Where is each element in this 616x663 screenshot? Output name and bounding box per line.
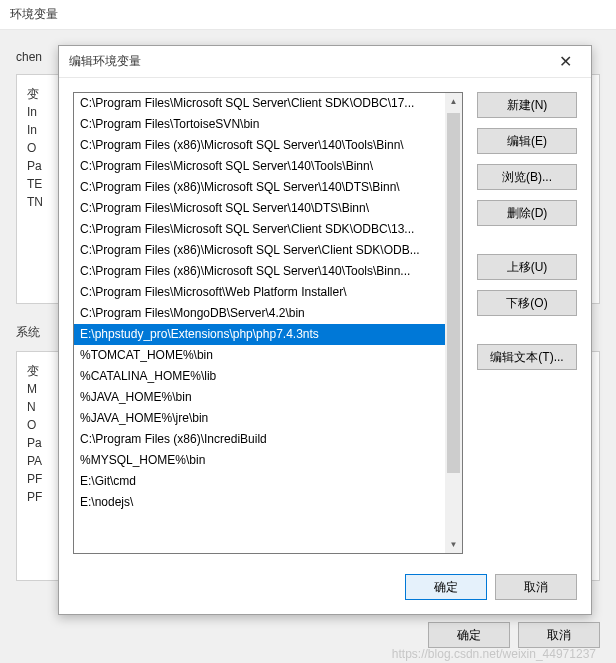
list-item[interactable]: E:\phpstudy_pro\Extensions\php\php7.4.3n… [74, 324, 445, 345]
parent-ok-button[interactable]: 确定 [428, 622, 510, 648]
move-down-button[interactable]: 下移(O) [477, 290, 577, 316]
ok-button[interactable]: 确定 [405, 574, 487, 600]
list-item[interactable]: C:\Program Files\Microsoft SQL Server\Cl… [74, 219, 445, 240]
side-button-panel: 新建(N) 编辑(E) 浏览(B)... 删除(D) 上移(U) 下移(O) 编… [477, 92, 577, 554]
list-item[interactable]: C:\Program Files (x86)\Microsoft SQL Ser… [74, 240, 445, 261]
list-item[interactable]: C:\Program Files\MongoDB\Server\4.2\bin [74, 303, 445, 324]
list-item[interactable]: C:\Program Files\Microsoft\Web Platform … [74, 282, 445, 303]
list-item[interactable]: E:\Git\cmd [74, 471, 445, 492]
close-button[interactable]: ✕ [545, 48, 585, 76]
list-item[interactable]: %MYSQL_HOME%\bin [74, 450, 445, 471]
browse-button[interactable]: 浏览(B)... [477, 164, 577, 190]
chevron-up-icon: ▲ [450, 97, 458, 106]
scroll-down-button[interactable]: ▼ [445, 536, 462, 553]
close-icon: ✕ [559, 52, 572, 71]
list-item[interactable]: %JAVA_HOME%\jre\bin [74, 408, 445, 429]
parent-cancel-button[interactable]: 取消 [518, 622, 600, 648]
edit-env-dialog: 编辑环境变量 ✕ C:\Program Files\Microsoft SQL … [58, 45, 592, 615]
parent-titlebar: 环境变量 [0, 0, 616, 30]
dialog-footer: 确定 取消 [59, 564, 591, 614]
scroll-thumb[interactable] [447, 113, 460, 473]
list-item[interactable]: E:\nodejs\ [74, 492, 445, 513]
list-item[interactable]: C:\Program Files\Microsoft SQL Server\14… [74, 156, 445, 177]
dialog-title: 编辑环境变量 [69, 53, 141, 70]
list-item[interactable]: %JAVA_HOME%\bin [74, 387, 445, 408]
scrollbar[interactable]: ▲ ▼ [445, 93, 462, 553]
list-item[interactable]: C:\Program Files (x86)\IncrediBuild [74, 429, 445, 450]
list-item[interactable]: C:\Program Files (x86)\Microsoft SQL Ser… [74, 261, 445, 282]
list-item[interactable]: %CATALINA_HOME%\lib [74, 366, 445, 387]
list-item[interactable]: C:\Program Files (x86)\Microsoft SQL Ser… [74, 177, 445, 198]
list-item[interactable]: %TOMCAT_HOME%\bin [74, 345, 445, 366]
move-up-button[interactable]: 上移(U) [477, 254, 577, 280]
chevron-down-icon: ▼ [450, 540, 458, 549]
scroll-up-button[interactable]: ▲ [445, 93, 462, 110]
delete-button[interactable]: 删除(D) [477, 200, 577, 226]
parent-title: 环境变量 [10, 6, 58, 23]
edit-button[interactable]: 编辑(E) [477, 128, 577, 154]
edit-text-button[interactable]: 编辑文本(T)... [477, 344, 577, 370]
list-item[interactable]: C:\Program Files (x86)\Microsoft SQL Ser… [74, 135, 445, 156]
dialog-titlebar: 编辑环境变量 ✕ [59, 46, 591, 78]
list-item[interactable]: C:\Program Files\Microsoft SQL Server\Cl… [74, 93, 445, 114]
parent-footer-buttons: 确定 取消 [428, 622, 600, 648]
cancel-button[interactable]: 取消 [495, 574, 577, 600]
list-item[interactable]: C:\Program Files\TortoiseSVN\bin [74, 114, 445, 135]
path-listbox[interactable]: C:\Program Files\Microsoft SQL Server\Cl… [73, 92, 463, 554]
list-item[interactable]: C:\Program Files\Microsoft SQL Server\14… [74, 198, 445, 219]
new-button[interactable]: 新建(N) [477, 92, 577, 118]
